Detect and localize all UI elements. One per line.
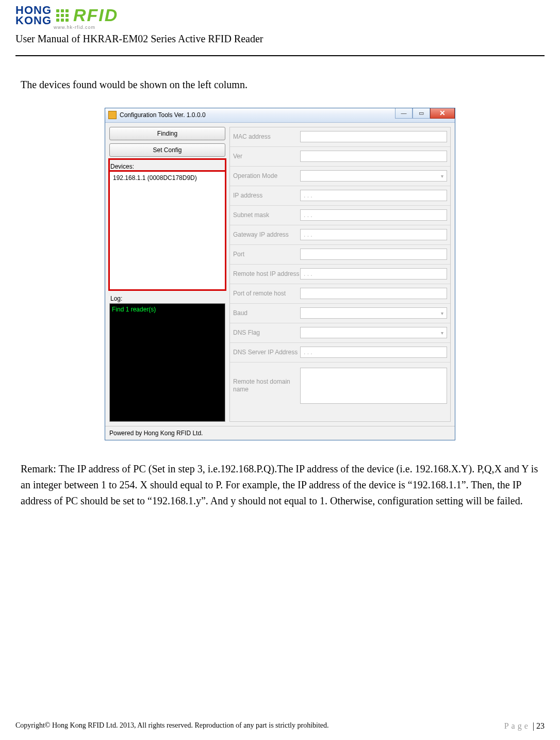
header-rule (15, 55, 545, 56)
remark-text: Remark: The IP address of PC (Set in ste… (21, 461, 539, 509)
config-input[interactable]: . . . (300, 190, 447, 201)
window-title: Configuration Tools Ver. 1.0.0.0 (120, 111, 206, 119)
minimize-button[interactable]: — (395, 108, 413, 119)
devices-list[interactable]: 192.168.1.1 (0008DC178D9D) (109, 171, 225, 290)
config-label: IP address (233, 192, 300, 199)
config-input[interactable] (300, 131, 447, 142)
config-row: Port (230, 245, 450, 265)
logo-kong: KONG (15, 15, 52, 26)
config-label: Gateway IP address (233, 231, 300, 238)
config-label: MAC address (233, 133, 300, 140)
statusbar: Powered by Hong Kong RFID Ltd. (105, 426, 455, 440)
maximize-button[interactable]: ▭ (413, 108, 430, 119)
config-input[interactable]: . . . (300, 268, 447, 279)
set-config-button[interactable]: Set Config (109, 143, 225, 157)
logo-url: www.hk-rfid.com (54, 25, 545, 30)
document-title: User Manual of HKRAR-EM02 Series Active … (15, 33, 545, 45)
config-panel: MAC addressVerOperation Mode▾IP address.… (229, 127, 451, 422)
logo-rfid: RFID (73, 5, 118, 25)
config-row: Port of remote host (230, 284, 450, 304)
chevron-down-icon: ▾ (441, 173, 443, 179)
logo-dots-icon (55, 8, 70, 23)
config-dropdown[interactable]: ▾ (300, 327, 447, 338)
config-textarea[interactable] (300, 368, 447, 404)
config-label: Port of remote host (233, 290, 300, 297)
device-item[interactable]: 192.168.1.1 (0008DC178D9D) (112, 174, 223, 182)
config-row: Remote host IP address. . . (230, 265, 450, 284)
config-label: Subnet mask (233, 211, 300, 219)
chevron-down-icon: ▾ (441, 330, 443, 336)
config-row: DNS Flag▾ (230, 323, 450, 343)
chevron-down-icon: ▾ (441, 310, 443, 316)
config-label: Baud (233, 309, 300, 317)
config-row: Operation Mode▾ (230, 167, 450, 186)
config-dropdown[interactable]: ▾ (300, 170, 447, 182)
config-label: DNS Flag (233, 329, 300, 336)
config-label: Remote host IP address (233, 270, 300, 277)
config-input[interactable]: . . . (300, 347, 447, 358)
config-row: Baud▾ (230, 304, 450, 323)
footer-copyright: Copyright© Hong Kong RFID Ltd. 2013, All… (15, 721, 329, 731)
config-input[interactable] (300, 249, 447, 260)
config-input[interactable]: . . . (300, 209, 447, 221)
config-label: Remote host domain name (233, 378, 300, 393)
close-button[interactable]: ✕ (430, 108, 455, 119)
config-input[interactable] (300, 151, 447, 162)
logo: HONG KONG RFID (15, 5, 545, 26)
config-row: Subnet mask. . . (230, 206, 450, 225)
config-dropdown[interactable]: ▾ (300, 307, 447, 319)
app-icon (108, 111, 117, 119)
config-label: Ver (233, 153, 300, 160)
config-label: DNS Server IP Address (233, 349, 300, 356)
finding-button[interactable]: Finding (109, 127, 225, 140)
config-row: IP address. . . (230, 186, 450, 206)
config-row: Remote host domain name (230, 363, 450, 409)
window-titlebar: Configuration Tools Ver. 1.0.0.0 — ▭ ✕ (105, 108, 455, 123)
config-input[interactable]: . . . (300, 229, 447, 240)
log-label: Log: (110, 295, 225, 302)
config-row: Gateway IP address. . . (230, 225, 450, 245)
intro-text: The devices found would be shown on the … (21, 77, 539, 92)
config-row: MAC address (230, 127, 450, 147)
footer-page: Page | 23 (504, 721, 545, 731)
config-input[interactable] (300, 288, 447, 299)
log-line: Find 1 reader(s) (112, 306, 223, 313)
config-label: Operation Mode (233, 172, 300, 179)
config-row: DNS Server IP Address. . . (230, 343, 450, 363)
config-row: Ver (230, 147, 450, 167)
log-console: Find 1 reader(s) (109, 303, 225, 422)
config-label: Port (233, 251, 300, 258)
footer-page-label: Page (504, 721, 531, 730)
config-tool-window: Configuration Tools Ver. 1.0.0.0 — ▭ ✕ F… (105, 108, 455, 440)
